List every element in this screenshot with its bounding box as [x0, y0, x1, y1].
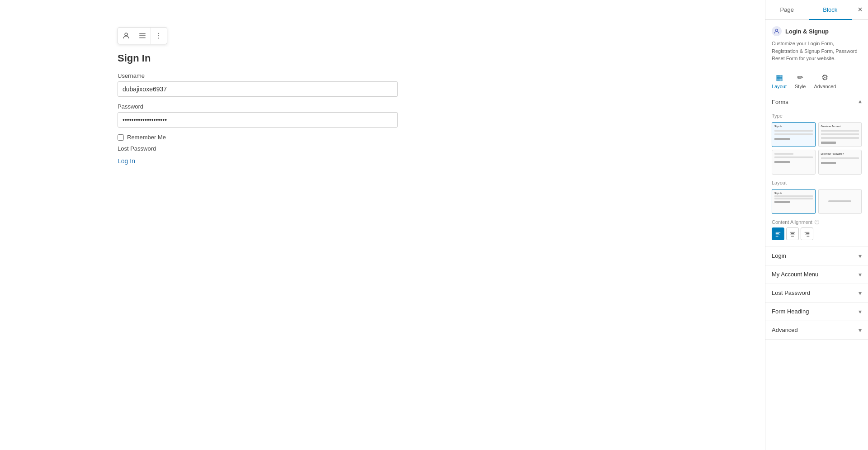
layout-icon: ▦ — [776, 73, 783, 82]
form-title: Sign In — [118, 52, 407, 64]
svg-point-10 — [817, 223, 817, 223]
forms-section: Forms ▾ Type Sign In Create an Account — [765, 93, 868, 247]
svg-rect-14 — [776, 236, 778, 236]
plugin-info: Login & Signup Customize your Login Form… — [765, 20, 868, 69]
forms-section-label: Forms — [772, 99, 788, 105]
advanced-section-label: Advanced — [772, 327, 798, 333]
advanced-icon: ⚙ — [821, 73, 828, 82]
more-options-btn[interactable] — [151, 28, 167, 44]
login-chevron-icon: ▾ — [859, 252, 862, 260]
remember-me-label: Remember Me — [127, 134, 166, 141]
type-label: Type — [772, 113, 862, 118]
layout-card-default[interactable]: Sign In — [772, 189, 816, 214]
layout-card-alt[interactable] — [818, 189, 862, 214]
canvas-area: Sign In Username Password Remember Me Lo… — [0, 0, 765, 450]
svg-rect-16 — [791, 233, 794, 233]
my-account-menu-label: My Account Menu — [772, 271, 818, 278]
tab-style-label: Style — [795, 84, 806, 89]
svg-rect-11 — [776, 232, 781, 232]
svg-rect-19 — [805, 232, 810, 232]
username-field: Username — [118, 72, 407, 97]
svg-point-7 — [776, 29, 778, 31]
form-type-lost-password[interactable]: Lost Your Password? — [818, 150, 862, 175]
svg-rect-15 — [790, 232, 795, 232]
settings-tabs: ▦ Layout ✏ Style ⚙ Advanced — [765, 69, 868, 93]
plugin-info-header: Login & Signup — [772, 26, 862, 36]
right-panel: Page Block × Login & Signup Customize yo… — [765, 0, 868, 450]
advanced-section: Advanced ▾ — [765, 321, 868, 340]
username-input[interactable] — [118, 81, 398, 97]
content-alignment-label: Content Alignment — [772, 219, 862, 225]
align-left-btn[interactable] — [772, 227, 784, 240]
svg-rect-22 — [807, 236, 809, 236]
style-icon: ✏ — [797, 73, 803, 82]
login-accordion-header[interactable]: Login ▾ — [765, 247, 868, 265]
plugin-description: Customize your Login Form, Registration … — [772, 40, 862, 62]
align-right-btn[interactable] — [801, 227, 813, 240]
tab-block[interactable]: Block — [809, 0, 852, 20]
panel-close-button[interactable]: × — [852, 0, 868, 20]
tab-layout[interactable]: ▦ Layout — [772, 73, 787, 89]
remember-me-row: Remember Me — [118, 134, 407, 141]
svg-rect-21 — [805, 234, 809, 235]
lost-password-accordion-header[interactable]: Lost Password ▾ — [765, 284, 868, 302]
layout-label: Layout — [772, 180, 862, 185]
password-field: Password — [118, 103, 407, 128]
user-icon-btn[interactable] — [118, 28, 134, 44]
advanced-accordion-header[interactable]: Advanced ▾ — [765, 321, 868, 339]
my-account-menu-section: My Account Menu ▾ — [765, 265, 868, 284]
svg-rect-12 — [776, 233, 779, 233]
lost-password-link[interactable]: Lost Password — [118, 145, 407, 152]
alignment-buttons — [772, 227, 862, 240]
lost-password-section-label: Lost Password — [772, 289, 810, 296]
lost-password-section: Lost Password ▾ — [765, 284, 868, 303]
username-label: Username — [118, 72, 407, 79]
forms-chevron-icon: ▾ — [859, 99, 862, 106]
tab-style[interactable]: ✏ Style — [795, 73, 806, 89]
svg-point-0 — [125, 33, 127, 36]
forms-accordion-header[interactable]: Forms ▾ — [765, 93, 868, 111]
form-type-username[interactable] — [772, 150, 816, 175]
plugin-icon — [772, 26, 782, 36]
svg-point-4 — [158, 33, 159, 34]
form-type-signin[interactable]: Sign In — [772, 122, 816, 147]
my-account-menu-accordion-header[interactable]: My Account Menu ▾ — [765, 265, 868, 284]
panel-header: Page Block × — [765, 0, 868, 20]
lost-password-chevron-icon: ▾ — [859, 289, 862, 297]
my-account-chevron-icon: ▾ — [859, 271, 862, 278]
advanced-chevron-icon: ▾ — [859, 327, 862, 334]
form-heading-section: Form Heading ▾ — [765, 303, 868, 321]
password-input[interactable] — [118, 112, 398, 128]
svg-rect-20 — [806, 233, 809, 233]
login-section-label: Login — [772, 252, 786, 259]
svg-rect-13 — [776, 234, 780, 235]
list-icon-btn[interactable] — [134, 28, 151, 44]
block-toolbar — [118, 27, 167, 44]
plugin-name: Login & Signup — [785, 28, 829, 35]
login-form: Sign In Username Password Remember Me Lo… — [118, 52, 407, 165]
password-label: Password — [118, 103, 407, 110]
form-heading-chevron-icon: ▾ — [859, 308, 862, 315]
form-heading-section-label: Form Heading — [772, 308, 809, 315]
login-section: Login ▾ — [765, 247, 868, 265]
svg-rect-17 — [790, 234, 794, 235]
tab-advanced[interactable]: ⚙ Advanced — [814, 73, 836, 89]
forms-accordion-body: Type Sign In Create an Account — [765, 113, 868, 246]
form-type-grid: Sign In Create an Account — [772, 122, 862, 175]
form-type-register[interactable]: Create an Account — [818, 122, 862, 147]
svg-point-5 — [158, 35, 159, 36]
align-center-btn[interactable] — [786, 227, 799, 240]
svg-rect-18 — [791, 236, 794, 236]
tab-page[interactable]: Page — [765, 0, 809, 20]
login-link[interactable]: Log In — [118, 157, 407, 165]
tab-advanced-label: Advanced — [814, 84, 836, 89]
remember-me-checkbox[interactable] — [118, 134, 124, 141]
form-heading-accordion-header[interactable]: Form Heading ▾ — [765, 303, 868, 321]
svg-point-6 — [158, 38, 159, 38]
tab-layout-label: Layout — [772, 84, 787, 89]
form-layout-grid: Sign In — [772, 189, 862, 214]
